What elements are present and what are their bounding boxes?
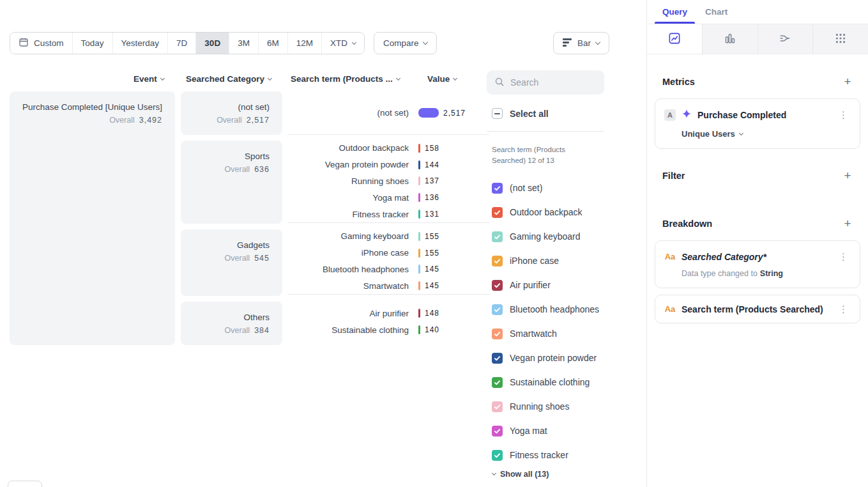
kebab-menu-icon[interactable]	[836, 109, 851, 121]
view-tab-flows[interactable]	[758, 24, 814, 54]
term-label: Air purifier	[287, 309, 409, 318]
tab-query[interactable]: Query	[662, 7, 687, 24]
value-bar	[418, 160, 420, 169]
legend-panel: Select all Search term (Products Searche…	[487, 70, 604, 479]
event-overall: Overall3,492	[17, 116, 162, 125]
term-row[interactable]: Bluetooth headphones 145	[287, 261, 489, 278]
category-card[interactable]: Others Overall384	[181, 302, 282, 345]
compare-button[interactable]: Compare	[374, 32, 438, 54]
category-card[interactable]: Sports Overall636	[181, 141, 282, 224]
view-tab-insights[interactable]	[647, 24, 703, 54]
cropped-widget	[8, 481, 42, 487]
term-row[interactable]: Sustainable clothing 140	[287, 321, 489, 338]
legend-item[interactable]: Smartwatch	[487, 321, 604, 346]
date-range-group: Custom Today Yesterday 7D 30D 3M 6M 12M …	[10, 32, 365, 54]
term-row[interactable]: Yoga mat 136	[287, 189, 489, 206]
term-row[interactable]: iPhone case 155	[287, 245, 489, 261]
checked-checkbox-icon	[492, 207, 503, 218]
tab-chart[interactable]: Chart	[705, 7, 727, 24]
checked-checkbox-icon	[492, 353, 503, 364]
term-row[interactable]: Smartwatch 145	[287, 277, 489, 294]
calendar-icon	[19, 37, 29, 49]
add-breakdown-button[interactable]	[841, 217, 854, 230]
date-range-button[interactable]: 3M	[229, 33, 258, 54]
term-row[interactable]: Outdoor backpack 158	[287, 140, 489, 157]
date-range-button[interactable]: 6M	[258, 33, 287, 54]
value-label: 136	[425, 193, 439, 202]
measure-selector[interactable]: Unique Users	[681, 129, 851, 139]
search-icon	[494, 77, 505, 89]
chevron-down-icon	[739, 130, 743, 135]
toolbar: Custom Today Yesterday 7D 30D 3M 6M 12M …	[10, 32, 609, 54]
legend-item[interactable]: (not set)	[487, 176, 604, 200]
breakdown-card[interactable]: Aa Search term (Products Searched)	[655, 295, 860, 323]
date-range-button[interactable]: 12M	[287, 33, 321, 54]
column-header-search-term[interactable]: Search term (Products ...	[291, 74, 400, 84]
show-all-toggle[interactable]: Show all (13)	[487, 470, 604, 479]
column-header-searched-category[interactable]: Searched Category	[186, 74, 271, 84]
value-label: 144	[425, 160, 439, 169]
add-metric-button[interactable]	[841, 75, 854, 88]
term-row[interactable]: (not set) 2,517	[287, 105, 489, 121]
legend-item[interactable]: Gaming keyboard	[487, 224, 604, 249]
legend-item[interactable]: Air purifier	[487, 273, 604, 297]
value-label: 155	[425, 249, 439, 258]
term-label: Smartwatch	[287, 281, 409, 291]
legend-item[interactable]: Bluetooth headphones	[487, 297, 604, 321]
date-custom-label: Custom	[34, 38, 64, 48]
add-filter-button[interactable]	[841, 169, 854, 182]
value-bar	[418, 144, 420, 153]
term-row[interactable]: Air purifier 148	[287, 305, 489, 321]
column-header-event[interactable]: Event	[133, 74, 164, 84]
legend-item[interactable]: Sustainable clothing	[487, 370, 604, 394]
legend-item[interactable]: Fitness tracker	[487, 443, 604, 467]
indeterminate-checkbox-icon	[492, 108, 503, 119]
value-bar	[418, 265, 420, 274]
date-range-button[interactable]: XTD	[321, 33, 364, 54]
value-bar	[418, 108, 439, 118]
term-group: Gaming keyboard 155 iPhone case 155 Blue…	[287, 228, 489, 295]
view-tab-retention[interactable]	[813, 24, 868, 54]
breakdown-card[interactable]: Aa Searched Category* Data type changed …	[655, 240, 860, 288]
term-label: Outdoor backpack	[287, 143, 409, 153]
date-range-button[interactable]: 7D	[167, 33, 195, 54]
kebab-menu-icon[interactable]	[836, 251, 851, 263]
category-card[interactable]: Gadgets Overall545	[181, 229, 282, 296]
value-bar	[418, 281, 420, 290]
legend-item[interactable]: iPhone case	[487, 249, 604, 273]
column-header-value[interactable]: Value	[427, 74, 457, 84]
category-column: (not set) Overall2,517 Sports Overall636…	[181, 91, 282, 351]
event-card[interactable]: Purchase Completed [Unique Users] Overal…	[10, 91, 175, 345]
date-range-button[interactable]: Today	[72, 33, 112, 54]
date-range-button[interactable]: 30D	[195, 33, 229, 54]
term-label: Bluetooth headphones	[287, 265, 409, 274]
flows-icon	[779, 33, 791, 46]
term-group: Air purifier 148 Sustainable clothing 14…	[287, 300, 489, 343]
term-row[interactable]: Gaming keyboard 155	[287, 228, 489, 245]
chart-type-button[interactable]: Bar	[553, 32, 609, 54]
kebab-menu-icon[interactable]	[836, 303, 851, 315]
term-row[interactable]: Fitness tracker 131	[287, 206, 489, 222]
category-overall: Overall636	[188, 165, 270, 174]
metric-card[interactable]: A Purchase Completed Unique Users	[655, 98, 860, 149]
divider	[487, 131, 604, 132]
breakdown-section-header: Breakdown	[662, 217, 854, 230]
term-row[interactable]: Vegan protein powder 144	[287, 157, 489, 173]
legend-item[interactable]: Yoga mat	[487, 419, 604, 443]
category-card[interactable]: (not set) Overall2,517	[181, 91, 282, 135]
search-input[interactable]	[510, 77, 597, 88]
bar-chart-icon	[563, 38, 572, 49]
legend-item[interactable]: Outdoor backpack	[487, 200, 604, 224]
chevron-down-icon	[423, 40, 428, 45]
chart-type-label: Bar	[577, 38, 591, 48]
legend-item[interactable]: Running shoes	[487, 394, 604, 419]
term-label: Fitness tracker	[287, 210, 409, 219]
legend-search	[487, 70, 604, 95]
view-tab-funnels[interactable]	[703, 24, 758, 54]
select-all-checkbox[interactable]: Select all	[487, 108, 604, 119]
date-range-button[interactable]: Yesterday	[112, 33, 168, 54]
metric-letter-badge: A	[664, 109, 676, 121]
date-custom-button[interactable]: Custom	[10, 33, 72, 54]
legend-item[interactable]: Vegan protein powder	[487, 346, 604, 370]
term-row[interactable]: Running shoes 137	[287, 173, 489, 190]
